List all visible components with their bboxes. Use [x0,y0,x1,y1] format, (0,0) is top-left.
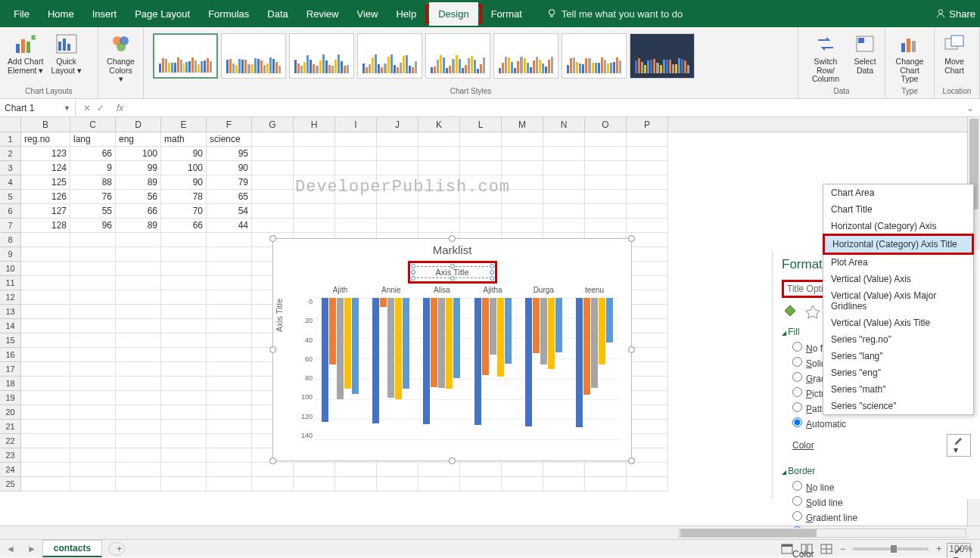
chart-bar[interactable] [474,298,481,425]
tell-me-search[interactable]: Tell me what you want to do [546,8,683,20]
cell[interactable] [377,204,418,219]
cell[interactable] [418,175,460,190]
cell[interactable] [377,463,418,477]
cell[interactable] [21,247,70,262]
cell[interactable] [627,276,668,290]
cell[interactable] [116,391,161,405]
chart-bar[interactable] [525,298,532,426]
cell[interactable] [161,362,207,377]
cell[interactable] [207,319,252,333]
row-header[interactable]: 19 [0,391,21,405]
chart-element-dropdown[interactable]: Chart AreaChart TitleHorizontal (Categor… [823,184,974,415]
cell[interactable] [21,420,70,434]
cell[interactable] [70,276,116,290]
chart-bar[interactable] [438,298,445,388]
chart-bar[interactable] [482,298,489,375]
sheet-nav-next-icon[interactable]: ► [21,544,42,554]
chart-title[interactable]: Marklist [273,239,631,261]
cell[interactable]: 95 [207,147,252,161]
cell[interactable] [70,420,116,434]
cell[interactable] [161,448,207,463]
cell[interactable] [418,204,460,219]
column-header[interactable]: B [21,117,70,132]
cell[interactable] [585,190,627,204]
column-header[interactable]: M [502,117,543,132]
cell[interactable] [627,305,668,319]
cell[interactable] [294,132,335,147]
enter-formula-icon[interactable]: ✓ [97,103,104,113]
cell[interactable]: science [207,132,252,147]
cell[interactable] [627,190,668,204]
row-header[interactable]: 7 [0,219,21,233]
cell[interactable] [207,448,252,463]
chart-bar[interactable] [576,298,583,427]
cell[interactable] [116,448,161,463]
cell[interactable] [161,377,207,391]
cell[interactable] [543,190,585,204]
cell[interactable] [116,233,161,247]
radio-option[interactable]: Gradient line [782,510,971,525]
cell[interactable] [161,262,207,276]
cell[interactable] [585,175,627,190]
cell[interactable] [627,132,668,147]
vertical-axis-title[interactable]: Axis Title [275,298,284,331]
row-header[interactable]: 14 [0,319,21,333]
cell[interactable] [70,333,116,348]
chart-bar[interactable] [606,298,613,343]
cell[interactable] [70,405,116,420]
cell[interactable]: 90 [161,175,207,190]
horizontal-axis-title[interactable]: Axis Title [413,266,492,278]
cell[interactable] [460,175,502,190]
chart-style-thumb[interactable] [425,33,490,79]
cell[interactable] [161,233,207,247]
cell[interactable] [70,463,116,477]
cell[interactable] [161,247,207,262]
cell[interactable] [207,477,252,491]
cell[interactable] [21,233,70,247]
chart-bar[interactable] [423,298,430,424]
cell[interactable]: lang [70,132,116,147]
cell[interactable] [207,348,252,362]
cell[interactable] [627,219,668,233]
resize-handle[interactable] [449,235,456,242]
cell[interactable] [585,161,627,175]
tab-review[interactable]: Review [297,2,348,26]
cell[interactable] [116,247,161,262]
cell[interactable]: eng [116,132,161,147]
cell[interactable] [70,305,116,319]
cell[interactable] [116,463,161,477]
cell[interactable] [116,420,161,434]
cell[interactable]: 96 [70,219,116,233]
border-color-picker[interactable]: ▾ [947,543,971,558]
cell[interactable] [70,477,116,491]
resize-handle[interactable] [628,235,635,242]
resize-handle[interactable] [269,346,276,353]
row-header[interactable]: 2 [0,147,21,161]
cell[interactable] [418,132,460,147]
cell[interactable]: 125 [21,175,70,190]
cell[interactable] [207,463,252,477]
cell[interactable] [335,132,377,147]
chart-style-thumb[interactable] [562,33,627,79]
cell[interactable] [207,276,252,290]
cell[interactable] [294,463,335,477]
dropdown-item[interactable]: Series "reg.no" [823,331,973,348]
cell[interactable] [70,247,116,262]
row-header[interactable]: 15 [0,333,21,348]
cell[interactable]: 100 [161,161,207,175]
cell[interactable] [70,391,116,405]
tab-design[interactable]: Design [429,2,478,26]
cell[interactable] [627,362,668,377]
cell[interactable]: 65 [207,190,252,204]
row-header[interactable]: 9 [0,247,21,262]
cell[interactable] [21,448,70,463]
cell[interactable] [627,477,668,491]
chart-bar[interactable] [387,298,394,398]
column-header[interactable]: G [252,117,294,132]
cell[interactable]: 9 [70,161,116,175]
resize-handle[interactable] [269,235,276,242]
cell[interactable]: 54 [207,204,252,219]
chart-bar[interactable] [380,298,387,307]
dropdown-item[interactable]: Vertical (Value) Axis Major Gridlines [823,287,973,315]
row-header[interactable]: 13 [0,305,21,319]
